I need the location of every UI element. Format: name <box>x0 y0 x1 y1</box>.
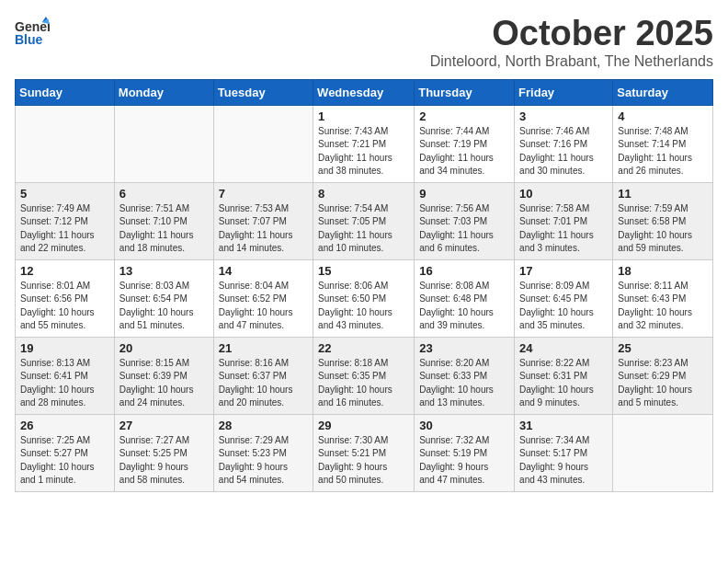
day-info: Sunrise: 7:54 AM Sunset: 7:05 PM Dayligh… <box>318 202 409 256</box>
day-number: 2 <box>419 109 509 123</box>
day-info: Sunrise: 7:51 AM Sunset: 7:10 PM Dayligh… <box>119 202 209 256</box>
calendar-day-14: 14Sunrise: 8:04 AM Sunset: 6:52 PM Dayli… <box>213 259 313 337</box>
calendar-day-27: 27Sunrise: 7:27 AM Sunset: 5:25 PM Dayli… <box>114 414 213 491</box>
day-number: 7 <box>219 187 308 201</box>
location-title: Dinteloord, North Brabant, The Netherlan… <box>430 53 713 70</box>
calendar-week-row: 26Sunrise: 7:25 AM Sunset: 5:27 PM Dayli… <box>16 414 713 491</box>
month-title: October 2025 <box>430 15 713 53</box>
day-info: Sunrise: 7:59 AM Sunset: 6:58 PM Dayligh… <box>618 202 708 256</box>
calendar-day-15: 15Sunrise: 8:06 AM Sunset: 6:50 PM Dayli… <box>313 259 415 337</box>
day-number: 17 <box>519 264 608 278</box>
day-info: Sunrise: 8:09 AM Sunset: 6:45 PM Dayligh… <box>519 280 608 333</box>
day-number: 28 <box>219 419 308 432</box>
day-number: 16 <box>419 264 509 278</box>
day-info: Sunrise: 7:32 AM Sunset: 5:19 PM Dayligh… <box>419 434 509 488</box>
day-number: 12 <box>20 264 109 278</box>
day-number: 14 <box>219 264 308 278</box>
day-info: Sunrise: 7:53 AM Sunset: 7:07 PM Dayligh… <box>219 202 308 256</box>
day-info: Sunrise: 8:01 AM Sunset: 6:56 PM Dayligh… <box>20 280 109 333</box>
page-header: General Blue October 2025 Dinteloord, No… <box>15 15 713 70</box>
calendar-day-22: 22Sunrise: 8:18 AM Sunset: 6:35 PM Dayli… <box>313 337 415 414</box>
day-number: 26 <box>20 419 109 432</box>
day-number: 31 <box>519 419 608 432</box>
day-info: Sunrise: 7:46 AM Sunset: 7:16 PM Dayligh… <box>519 125 608 178</box>
calendar-day-6: 6Sunrise: 7:51 AM Sunset: 7:10 PM Daylig… <box>114 182 213 259</box>
calendar-table: SundayMondayTuesdayWednesdayThursdayFrid… <box>15 79 713 492</box>
weekday-header-thursday: Thursday <box>415 79 515 105</box>
calendar-day-31: 31Sunrise: 7:34 AM Sunset: 5:17 PM Dayli… <box>515 414 613 491</box>
day-info: Sunrise: 7:27 AM Sunset: 5:25 PM Dayligh… <box>119 434 209 488</box>
day-number: 19 <box>20 341 109 355</box>
calendar-day-empty <box>16 105 115 182</box>
calendar-day-24: 24Sunrise: 8:22 AM Sunset: 6:31 PM Dayli… <box>515 337 613 414</box>
day-info: Sunrise: 8:23 AM Sunset: 6:29 PM Dayligh… <box>618 357 708 410</box>
day-info: Sunrise: 7:48 AM Sunset: 7:14 PM Dayligh… <box>618 125 708 178</box>
calendar-day-4: 4Sunrise: 7:48 AM Sunset: 7:14 PM Daylig… <box>613 105 713 182</box>
weekday-header-sunday: Sunday <box>16 79 115 105</box>
calendar-week-row: 19Sunrise: 8:13 AM Sunset: 6:41 PM Dayli… <box>16 337 713 414</box>
day-info: Sunrise: 7:56 AM Sunset: 7:03 PM Dayligh… <box>419 202 509 256</box>
day-number: 13 <box>119 264 209 278</box>
day-info: Sunrise: 7:43 AM Sunset: 7:21 PM Dayligh… <box>318 125 409 178</box>
calendar-day-empty <box>213 105 313 182</box>
day-info: Sunrise: 8:08 AM Sunset: 6:48 PM Dayligh… <box>419 280 509 333</box>
calendar-week-row: 12Sunrise: 8:01 AM Sunset: 6:56 PM Dayli… <box>16 259 713 337</box>
day-info: Sunrise: 8:04 AM Sunset: 6:52 PM Dayligh… <box>219 280 308 333</box>
day-number: 8 <box>318 187 409 201</box>
day-info: Sunrise: 7:29 AM Sunset: 5:23 PM Dayligh… <box>219 434 308 488</box>
day-number: 6 <box>119 187 209 201</box>
weekday-header-friday: Friday <box>515 79 613 105</box>
day-number: 25 <box>618 341 708 355</box>
calendar-day-8: 8Sunrise: 7:54 AM Sunset: 7:05 PM Daylig… <box>313 182 415 259</box>
day-info: Sunrise: 8:18 AM Sunset: 6:35 PM Dayligh… <box>318 357 409 410</box>
calendar-day-1: 1Sunrise: 7:43 AM Sunset: 7:21 PM Daylig… <box>313 105 415 182</box>
day-info: Sunrise: 7:25 AM Sunset: 5:27 PM Dayligh… <box>20 434 109 488</box>
day-number: 10 <box>519 187 608 201</box>
calendar-day-17: 17Sunrise: 8:09 AM Sunset: 6:45 PM Dayli… <box>515 259 613 337</box>
day-number: 15 <box>318 264 409 278</box>
day-info: Sunrise: 7:49 AM Sunset: 7:12 PM Dayligh… <box>20 202 109 256</box>
calendar-day-13: 13Sunrise: 8:03 AM Sunset: 6:54 PM Dayli… <box>114 259 213 337</box>
calendar-day-11: 11Sunrise: 7:59 AM Sunset: 6:58 PM Dayli… <box>613 182 713 259</box>
day-number: 5 <box>20 187 109 201</box>
day-info: Sunrise: 7:34 AM Sunset: 5:17 PM Dayligh… <box>519 434 608 488</box>
calendar-day-empty <box>613 414 713 491</box>
day-number: 30 <box>419 419 509 432</box>
day-number: 18 <box>618 264 708 278</box>
svg-text:Blue: Blue <box>15 32 43 47</box>
logo: General Blue <box>15 15 50 50</box>
day-number: 4 <box>618 109 708 123</box>
day-number: 1 <box>318 109 409 123</box>
calendar-day-30: 30Sunrise: 7:32 AM Sunset: 5:19 PM Dayli… <box>415 414 515 491</box>
day-info: Sunrise: 7:58 AM Sunset: 7:01 PM Dayligh… <box>519 202 608 256</box>
day-number: 3 <box>519 109 608 123</box>
calendar-day-23: 23Sunrise: 8:20 AM Sunset: 6:33 PM Dayli… <box>415 337 515 414</box>
calendar-day-25: 25Sunrise: 8:23 AM Sunset: 6:29 PM Dayli… <box>613 337 713 414</box>
weekday-header-row: SundayMondayTuesdayWednesdayThursdayFrid… <box>16 79 713 105</box>
weekday-header-saturday: Saturday <box>613 79 713 105</box>
day-info: Sunrise: 8:06 AM Sunset: 6:50 PM Dayligh… <box>318 280 409 333</box>
day-info: Sunrise: 8:15 AM Sunset: 6:39 PM Dayligh… <box>119 357 209 410</box>
day-info: Sunrise: 8:11 AM Sunset: 6:43 PM Dayligh… <box>618 280 708 333</box>
calendar-day-empty <box>114 105 213 182</box>
calendar-day-5: 5Sunrise: 7:49 AM Sunset: 7:12 PM Daylig… <box>16 182 115 259</box>
day-info: Sunrise: 8:20 AM Sunset: 6:33 PM Dayligh… <box>419 357 509 410</box>
day-number: 29 <box>318 419 409 432</box>
day-number: 27 <box>119 419 209 432</box>
calendar-day-21: 21Sunrise: 8:16 AM Sunset: 6:37 PM Dayli… <box>213 337 313 414</box>
day-info: Sunrise: 8:22 AM Sunset: 6:31 PM Dayligh… <box>519 357 608 410</box>
logo-container: General Blue <box>15 15 50 50</box>
day-info: Sunrise: 8:13 AM Sunset: 6:41 PM Dayligh… <box>20 357 109 410</box>
title-section: October 2025 Dinteloord, North Brabant, … <box>430 15 713 70</box>
calendar-day-9: 9Sunrise: 7:56 AM Sunset: 7:03 PM Daylig… <box>415 182 515 259</box>
calendar-week-row: 5Sunrise: 7:49 AM Sunset: 7:12 PM Daylig… <box>16 182 713 259</box>
day-number: 24 <box>519 341 608 355</box>
day-number: 22 <box>318 341 409 355</box>
day-number: 9 <box>419 187 509 201</box>
day-info: Sunrise: 7:44 AM Sunset: 7:19 PM Dayligh… <box>419 125 509 178</box>
calendar-day-2: 2Sunrise: 7:44 AM Sunset: 7:19 PM Daylig… <box>415 105 515 182</box>
weekday-header-monday: Monday <box>114 79 213 105</box>
day-info: Sunrise: 8:16 AM Sunset: 6:37 PM Dayligh… <box>219 357 308 410</box>
logo-bird-icon: General Blue <box>15 15 50 50</box>
calendar-day-3: 3Sunrise: 7:46 AM Sunset: 7:16 PM Daylig… <box>515 105 613 182</box>
